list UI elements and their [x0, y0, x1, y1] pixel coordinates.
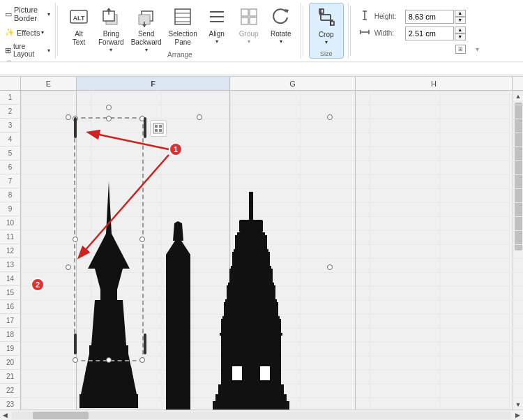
row-num-21: 21 — [0, 370, 21, 384]
layout-arrow: ▾ — [47, 47, 50, 54]
width-input[interactable] — [405, 27, 454, 40]
bring-forward-icon — [100, 6, 122, 28]
align-btn[interactable]: Align ▾ — [202, 3, 232, 57]
effects-btn[interactable]: ✨ Effects ▾ — [3, 27, 52, 38]
handle-rotate-eiffel[interactable] — [106, 105, 112, 110]
picture-border-btn[interactable]: ▭ Picture Border ▾ — [3, 4, 52, 24]
col-header-g[interactable]: G — [230, 77, 356, 90]
height-up-btn[interactable]: ▲ — [455, 10, 466, 17]
h-scroll-left-btn[interactable]: ◀ — [0, 410, 10, 421]
svg-rect-27 — [331, 22, 334, 25]
row-num-5: 5 — [0, 147, 21, 160]
svg-rect-35 — [155, 125, 158, 128]
effects-icon: ✨ — [5, 28, 15, 37]
size-section-label: Size — [305, 50, 348, 57]
h-scroll-thumb[interactable] — [33, 412, 89, 419]
rotate-btn[interactable]: Rotate ▾ — [266, 3, 296, 57]
row-num-12: 12 — [0, 244, 21, 258]
handle-br-eiffel[interactable] — [139, 357, 145, 363]
row-num-13: 13 — [0, 258, 21, 272]
alt-text-label: AltText — [73, 30, 85, 47]
row-num-3: 3 — [0, 119, 21, 133]
row-num-2: 2 — [0, 105, 21, 119]
ribbon-subrow — [0, 61, 523, 75]
row-num-14: 14 — [0, 272, 21, 286]
selection-pane-icon — [172, 6, 194, 28]
height-down-btn[interactable]: ▼ — [455, 17, 466, 24]
group-handle-ml[interactable] — [66, 264, 71, 270]
row-num-16: 16 — [0, 300, 21, 314]
group-handle-tm[interactable] — [197, 114, 202, 120]
row-num-18: 18 — [0, 328, 21, 342]
rotate-label: Rotate — [271, 30, 291, 38]
width-up-btn[interactable]: ▲ — [455, 27, 466, 33]
group-handle-tr[interactable] — [327, 114, 333, 120]
arrange-section: ALT AltText BringFor — [59, 3, 301, 59]
h-scroll-track[interactable] — [12, 412, 511, 419]
collapse-btn[interactable]: ▾ — [474, 44, 480, 54]
h-scrollbar[interactable]: ◀ ▶ — [0, 410, 523, 420]
app-window: ▭ Picture Border ▾ ✨ Effects ▾ ⊞ ture La… — [0, 0, 523, 420]
selection-pane-label: SelectionPane — [169, 30, 197, 47]
svg-rect-37 — [155, 129, 158, 132]
col-header-h[interactable]: H — [356, 77, 513, 90]
layout-label: ture Layout — [13, 43, 46, 58]
alt-text-icon: ALT — [68, 6, 90, 28]
crop-handle-left[interactable] — [74, 117, 77, 354]
svg-marker-9 — [142, 24, 146, 27]
row-num-22: 22 — [0, 384, 21, 398]
row-num-1: 1 — [0, 91, 21, 105]
row-num-11: 11 — [0, 230, 21, 244]
badge-1-label: 1 — [174, 145, 178, 153]
group-handle-mr[interactable] — [327, 264, 333, 270]
col-header-e[interactable]: E — [21, 77, 77, 90]
crop-arrow: ▾ — [325, 39, 328, 45]
content-wrap: E F G H 1 2 3 4 5 — [0, 77, 523, 420]
crop-handle-right[interactable] — [144, 117, 146, 354]
group-btn[interactable]: Group ▾ — [234, 3, 264, 57]
svg-rect-38 — [159, 129, 162, 132]
col-header-f[interactable]: F — [77, 77, 230, 90]
left-panel: ▭ Picture Border ▾ ✨ Effects ▾ ⊞ ture La… — [0, 3, 56, 59]
svg-marker-5 — [107, 8, 111, 10]
row-num-9: 9 — [0, 202, 21, 216]
rows-area: 1 2 3 4 5 6 7 8 9 10 11 12 13 — [0, 91, 523, 410]
row-num-10: 10 — [0, 216, 21, 230]
group-label: Group — [239, 30, 259, 38]
width-down-btn[interactable]: ▼ — [455, 33, 466, 40]
width-label: Width: — [374, 29, 402, 37]
handle-bl-eiffel[interactable] — [73, 357, 78, 363]
h-scroll-right-btn[interactable]: ▶ — [513, 410, 523, 421]
height-input[interactable] — [405, 10, 454, 24]
handle-bm-eiffel[interactable] — [106, 357, 112, 363]
height-label: Height: — [374, 13, 402, 20]
grid-rows-container: 1 2 3 4 5 6 7 8 9 10 11 12 13 — [0, 91, 523, 410]
row-num-15: 15 — [0, 286, 21, 300]
size-expand-btn[interactable]: ⊞ — [358, 45, 466, 54]
svg-rect-10 — [175, 9, 190, 24]
row-num-17: 17 — [0, 314, 21, 328]
row-num-23: 23 — [0, 398, 21, 410]
align-arrow: ▾ — [215, 38, 218, 45]
align-icon — [206, 6, 228, 28]
width-row: Width: ▲ ▼ — [358, 27, 466, 40]
grid: 1 2 3 4 5 6 7 8 9 10 11 12 13 — [0, 91, 523, 410]
handle-tm-eiffel[interactable] — [106, 116, 112, 121]
height-row: Height: ▲ ▼ — [358, 10, 466, 24]
send-backward-icon — [135, 6, 158, 28]
cells-area — [21, 91, 523, 410]
arrange-label: Arrange — [59, 51, 301, 59]
layout-btn[interactable]: ⊞ ture Layout ▾ — [3, 41, 52, 59]
annotation-badge-2: 2 — [31, 278, 45, 292]
group-handle-tl[interactable] — [66, 114, 71, 120]
layout-options-icon[interactable] — [150, 120, 167, 137]
svg-rect-36 — [159, 125, 162, 128]
row-num-6: 6 — [0, 160, 21, 174]
align-label: Align — [209, 30, 225, 38]
badge-2-label: 2 — [36, 280, 40, 289]
rotate-icon — [270, 6, 292, 28]
col-headers: E F G H — [0, 77, 523, 91]
crop-section: Crop ▾ Size — [305, 3, 349, 59]
height-icon — [358, 10, 372, 23]
width-icon — [358, 27, 372, 40]
